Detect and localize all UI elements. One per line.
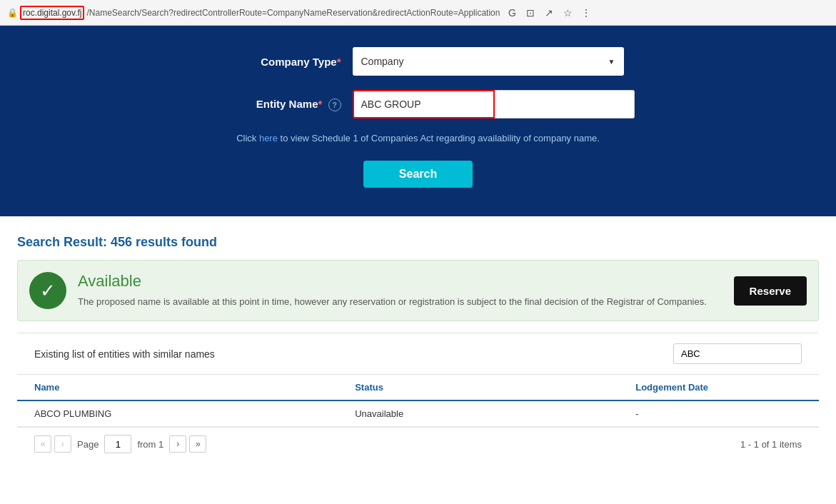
browser-icons: G ⊡ ↗ ☆ ⋮	[505, 6, 593, 19]
google-icon[interactable]: G	[505, 6, 518, 19]
page: Company Type* Company Entity Name* ? Cli…	[0, 26, 836, 504]
pagination: « ‹ Page from 1 › » 1 - 1 of 1 items	[17, 427, 819, 460]
url-highlighted: roc.digital.gov.fj	[20, 6, 84, 20]
header-section: Company Type* Company Entity Name* ? Cli…	[0, 26, 836, 216]
results-section: Search Result: 456 results found ✓ Avail…	[0, 216, 836, 460]
share-icon[interactable]: ↗	[543, 6, 555, 19]
search-button[interactable]: Search	[363, 161, 473, 188]
entity-name-extra-input[interactable]	[495, 90, 635, 119]
lock-icon: 🔒	[7, 8, 18, 18]
from-label: from 1	[137, 439, 163, 450]
available-title: Available	[78, 272, 722, 291]
company-type-select-wrapper: Company	[353, 47, 624, 76]
required-marker: *	[337, 56, 341, 68]
available-desc: The proposed name is available at this p…	[78, 295, 722, 309]
existing-header: Existing list of entities with similar n…	[17, 333, 819, 375]
company-type-row: Company Type* Company	[168, 47, 668, 76]
col-header-status[interactable]: Status	[338, 375, 618, 400]
help-icon[interactable]: ?	[328, 99, 341, 111]
pagination-summary: 1 - 1 of 1 items	[740, 439, 802, 450]
company-type-select[interactable]: Company	[353, 47, 624, 76]
pagination-left: « ‹ Page from 1 › »	[34, 435, 206, 453]
schedule-link[interactable]: here	[259, 133, 278, 143]
cell-name: ABCO PLUMBING	[17, 400, 338, 427]
page-label: Page	[77, 439, 99, 450]
company-type-label: Company Type*	[213, 56, 341, 68]
last-page-button[interactable]: »	[189, 435, 206, 453]
entity-input-group	[353, 90, 624, 119]
available-content: Available The proposed name is available…	[78, 272, 722, 309]
cell-status: Unavailable	[338, 400, 618, 427]
first-page-button[interactable]: «	[34, 435, 51, 453]
col-header-name[interactable]: Name	[17, 375, 338, 400]
filter-input[interactable]	[673, 343, 802, 364]
available-card: ✓ Available The proposed name is availab…	[17, 260, 819, 321]
results-title: Search Result: 456 results found	[17, 228, 819, 260]
prev-page-button[interactable]: ‹	[54, 435, 71, 453]
browser-bar: 🔒 roc.digital.gov.fj /NameSearch/Search?…	[0, 0, 836, 26]
entity-name-input[interactable]	[353, 90, 495, 119]
page-number-input[interactable]	[104, 435, 131, 453]
existing-section: Existing list of entities with similar n…	[17, 333, 819, 460]
table-header-row: Name Status Lodgement Date	[17, 375, 819, 400]
info-text: Click here to view Schedule 1 of Compani…	[236, 133, 600, 143]
entity-name-row: Entity Name* ?	[168, 90, 668, 119]
entity-required-marker: *	[318, 98, 322, 110]
available-icon: ✓	[29, 272, 66, 309]
screenshot-icon[interactable]: ⊡	[524, 6, 537, 19]
col-header-lodgement[interactable]: Lodgement Date	[618, 375, 819, 400]
table-row: ABCO PLUMBING Unavailable -	[17, 400, 819, 427]
url-rest: /NameSearch/Search?redirectControllerRou…	[86, 8, 500, 18]
browser-lock: 🔒 roc.digital.gov.fj /NameSearch/Search?…	[7, 6, 500, 20]
existing-list-label: Existing list of entities with similar n…	[34, 348, 215, 360]
next-page-button[interactable]: ›	[169, 435, 186, 453]
cell-lodgement: -	[618, 400, 819, 427]
entity-name-label: Entity Name* ?	[213, 98, 341, 111]
menu-icon[interactable]: ⋮	[580, 6, 593, 19]
reserve-button[interactable]: Reserve	[734, 276, 807, 306]
star-icon[interactable]: ☆	[561, 6, 574, 19]
data-table: Name Status Lodgement Date ABCO PLUMBING…	[17, 375, 819, 427]
